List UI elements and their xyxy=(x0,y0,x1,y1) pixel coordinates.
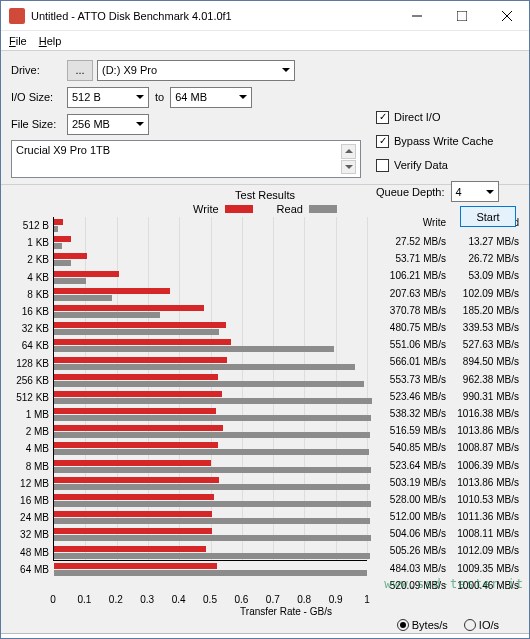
ios-radio[interactable]: IO/s xyxy=(464,619,499,631)
legend-write: Write xyxy=(193,203,252,215)
bar-chart xyxy=(53,217,367,561)
y-axis-labels: 512 B1 KB2 KB4 KB8 KB16 KB32 KB64 KB128 … xyxy=(11,217,53,594)
radio-icon xyxy=(397,619,409,631)
chevron-down-icon xyxy=(239,95,247,99)
options-panel: Direct I/O Bypass Write Cache Verify Dat… xyxy=(376,109,516,227)
queue-depth-label: Queue Depth: xyxy=(376,186,445,198)
browse-button[interactable]: ... xyxy=(67,60,93,81)
menu-file[interactable]: File xyxy=(9,35,27,47)
svg-rect-1 xyxy=(457,11,467,21)
chevron-down-icon xyxy=(136,122,144,126)
queue-depth-select[interactable]: 4 xyxy=(451,181,499,202)
data-table: WriteRead 27.52 MB/s13.27 MB/s53.71 MB/s… xyxy=(367,217,519,594)
checkbox-icon xyxy=(376,159,389,172)
maximize-button[interactable] xyxy=(439,1,484,30)
footer: ATTO Storage and Network Connectivity Ex… xyxy=(1,633,529,639)
file-size-select[interactable]: 256 MB xyxy=(67,114,149,135)
chevron-down-icon xyxy=(136,95,144,99)
form-panel: Drive: ... (D:) X9 Pro I/O Size: 512 B t… xyxy=(1,51,529,185)
legend-read: Read xyxy=(277,203,337,215)
chevron-down-icon xyxy=(282,68,290,72)
close-button[interactable] xyxy=(484,1,529,30)
start-button[interactable]: Start xyxy=(460,206,516,227)
to-label: to xyxy=(155,91,164,103)
io-size-label: I/O Size: xyxy=(11,91,67,103)
drive-select[interactable]: (D:) X9 Pro xyxy=(97,60,295,81)
unit-selector: Bytes/s IO/s xyxy=(11,617,519,633)
app-icon xyxy=(9,8,25,24)
checkbox-icon xyxy=(376,135,389,148)
io-from-select[interactable]: 512 B xyxy=(67,87,149,108)
drive-label: Drive: xyxy=(11,64,67,76)
scroll-up-icon[interactable] xyxy=(341,144,356,159)
file-size-label: File Size: xyxy=(11,118,67,130)
radio-icon xyxy=(464,619,476,631)
io-to-select[interactable]: 64 MB xyxy=(170,87,252,108)
x-axis-ticks: 00.10.20.30.40.50.60.70.80.91 xyxy=(53,594,519,606)
titlebar: Untitled - ATTO Disk Benchmark 4.01.0f1 xyxy=(1,1,529,31)
bytes-radio[interactable]: Bytes/s xyxy=(397,619,448,631)
bypass-cache-checkbox[interactable]: Bypass Write Cache xyxy=(376,133,516,149)
scroll-down-icon[interactable] xyxy=(341,160,356,175)
window-title: Untitled - ATTO Disk Benchmark 4.01.0f1 xyxy=(31,10,394,22)
verify-data-checkbox[interactable]: Verify Data xyxy=(376,157,516,173)
direct-io-checkbox[interactable]: Direct I/O xyxy=(376,109,516,125)
device-listbox[interactable]: Crucial X9 Pro 1TB xyxy=(11,140,361,178)
scrollbar[interactable] xyxy=(341,144,356,174)
x-axis-label: Transfer Rate - GB/s xyxy=(53,606,519,617)
chevron-down-icon xyxy=(486,190,494,194)
results-panel: Test Results Write Read 512 B1 KB2 KB4 K… xyxy=(1,185,529,633)
checkbox-icon xyxy=(376,111,389,124)
menu-help[interactable]: Help xyxy=(39,35,62,47)
menubar: File Help xyxy=(1,31,529,51)
device-name: Crucial X9 Pro 1TB xyxy=(16,144,110,174)
watermark: www.ssd-tester.it xyxy=(384,577,524,591)
minimize-button[interactable] xyxy=(394,1,439,30)
